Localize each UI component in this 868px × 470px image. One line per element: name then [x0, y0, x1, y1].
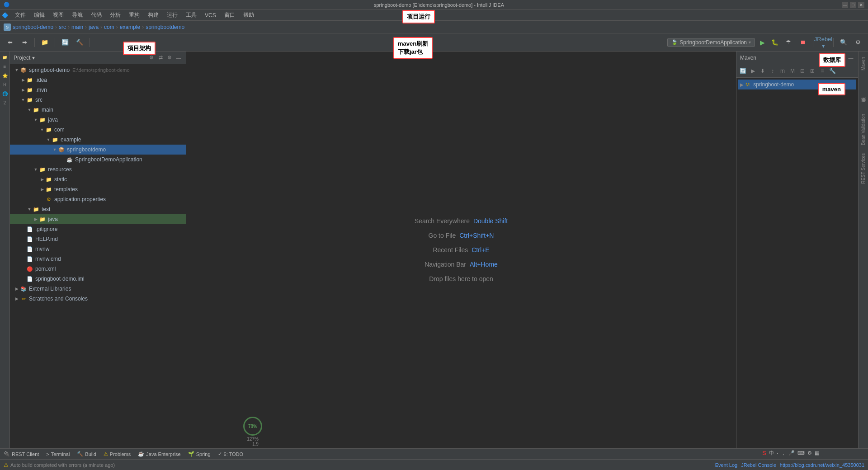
tree-item-mvn[interactable]: ▶ 📁 .mvn — [10, 85, 186, 95]
tree-item-src[interactable]: ▼ 📁 src — [10, 95, 186, 105]
toolbar-btn-1[interactable]: ⬅ — [4, 36, 16, 49]
maven-plugin-btn[interactable]: M — [788, 66, 797, 75]
sidebar-rest-services-label[interactable]: REST Services — [860, 150, 867, 188]
tab-java-enterprise[interactable]: ☕ Java Enterprise — [138, 451, 180, 457]
tree-item-templates[interactable]: ▶ 📁 templates — [10, 184, 186, 194]
tree-item-gitignore[interactable]: 📄 .gitignore — [10, 224, 186, 234]
tree-item-main[interactable]: ▼ 📁 main — [10, 105, 186, 115]
tree-item-external-libraries[interactable]: ▶ 📚 External Libraries — [10, 284, 186, 294]
maven-collapse-btn[interactable]: ⊟ — [798, 66, 807, 75]
tab-problems[interactable]: ⚠ Problems — [104, 451, 131, 457]
tree-item-test[interactable]: ▼ 📁 test — [10, 204, 186, 214]
menu-view[interactable]: 视图 — [49, 10, 67, 20]
sidebar-bean-validation-label[interactable]: Bean Validation — [860, 110, 867, 149]
menu-file[interactable]: 文件 — [11, 10, 29, 20]
tree-item-application[interactable]: ☕ SpringbootDemoApplication — [10, 155, 186, 164]
sidebar-maven-label[interactable]: Maven — [860, 53, 867, 74]
tab-todo[interactable]: ✓ 6: TODO — [218, 451, 244, 457]
run-config-selector[interactable]: 🍃 SpringbootDemoApplication ▾ — [667, 38, 755, 47]
tree-item-java[interactable]: ▼ 📁 java — [10, 115, 186, 125]
maven-more-btn[interactable]: 🔧 — [828, 66, 837, 75]
run-button[interactable]: ▶ — [757, 37, 768, 48]
tree-item-application-properties[interactable]: ⚙ application.properties — [10, 194, 186, 204]
tree-item-iml[interactable]: 📄 springboot-demo.iml — [10, 274, 186, 284]
toolbar-btn-5[interactable]: 🔨 — [73, 36, 86, 49]
im-mic-icon[interactable]: 🎤 — [788, 450, 795, 456]
sidebar-database-label[interactable]: 数据库 — [859, 102, 868, 109]
menu-build[interactable]: 构建 — [144, 10, 162, 20]
tree-item-resources[interactable]: ▼ 📁 resources — [10, 164, 186, 174]
coverage-button[interactable]: ☂ — [782, 36, 795, 49]
path-main[interactable]: main — [71, 24, 83, 30]
sidebar-tab-favorites[interactable]: ⭐ — [1, 71, 9, 80]
sidebar-tab-structure[interactable]: ≡ — [1, 62, 9, 70]
tree-item-static[interactable]: ▶ 📁 static — [10, 174, 186, 184]
im-comma-icon[interactable]: ， — [781, 450, 786, 456]
im-grid-icon[interactable]: ▦ — [815, 450, 819, 456]
tree-item-com[interactable]: ▼ 📁 com — [10, 125, 186, 135]
tree-item-scratches[interactable]: ▶ ✏ Scratches and Consoles — [10, 294, 186, 304]
toolbar-btn-3[interactable]: 📁 — [38, 36, 51, 49]
im-s-icon[interactable]: S — [762, 450, 766, 456]
maximize-button[interactable]: □ — [850, 2, 856, 8]
tree-item-mvnw-cmd[interactable]: 📄 mvnw.cmd — [10, 254, 186, 264]
tree-item-root[interactable]: ▼ 📦 springboot-demo E:\demo\springboot-d… — [10, 65, 186, 75]
tree-item-springbootdemo[interactable]: ▼ 📦 springbootdemo — [10, 145, 186, 155]
menu-refactor[interactable]: 重构 — [125, 10, 143, 20]
jrebel-button[interactable]: JRebel ▾ — [817, 36, 830, 49]
search-button[interactable]: 🔍 — [837, 36, 850, 49]
maven-run-btn[interactable]: ▶ — [748, 66, 757, 75]
path-java[interactable]: java — [89, 24, 99, 30]
jrebel-console-link[interactable]: JRebel Console — [741, 462, 776, 468]
maven-refresh-btn[interactable]: 🔄 — [738, 66, 747, 75]
tree-item-pom[interactable]: 🔴 pom.xml — [10, 264, 186, 274]
maven-download-btn[interactable]: ⬇ — [758, 66, 767, 75]
minimize-button[interactable]: — — [842, 2, 848, 8]
tab-build[interactable]: 🔨 Build — [77, 451, 96, 457]
path-project[interactable]: springboot-demo — [13, 24, 53, 30]
menu-run[interactable]: 运行 — [163, 10, 181, 20]
im-settings-icon[interactable]: ⚙ — [807, 450, 812, 456]
menu-window[interactable]: 窗口 — [221, 10, 239, 20]
im-zh-icon[interactable]: 中 — [769, 450, 774, 456]
tree-item-idea[interactable]: ▶ 📁 .idea — [10, 75, 186, 85]
sidebar-tab-web[interactable]: 🌐 — [1, 89, 9, 98]
tab-spring[interactable]: 🌱 Spring — [188, 451, 211, 457]
debug-button[interactable]: 🐛 — [769, 37, 780, 48]
panel-settings-btn[interactable]: ⚙ — [166, 54, 173, 61]
im-keyboard-icon[interactable]: ⌨ — [797, 450, 805, 456]
tree-item-example[interactable]: ▼ 📁 example — [10, 135, 186, 145]
im-dot-icon[interactable]: · — [777, 451, 778, 456]
toolbar-btn-2[interactable]: ➡ — [18, 36, 31, 49]
tree-item-mvnw[interactable]: 📄 mvnw — [10, 244, 186, 254]
event-log-link[interactable]: Event Log — [715, 462, 738, 468]
tree-item-test-java[interactable]: ▶ 📁 java — [10, 214, 186, 224]
maven-generate-btn[interactable]: m — [778, 66, 787, 75]
stop-button[interactable]: ⏹ — [797, 36, 809, 49]
path-src[interactable]: src — [59, 24, 66, 30]
panel-close-btn[interactable]: — — [175, 54, 182, 61]
menu-edit[interactable]: 编辑 — [30, 10, 48, 20]
path-springbootdemo[interactable]: springbootdemo — [146, 24, 184, 30]
toolbar-btn-4[interactable]: 🔄 — [59, 36, 71, 49]
menu-vcs[interactable]: VCS — [201, 11, 220, 19]
menu-help[interactable]: 帮助 — [240, 10, 258, 20]
tab-terminal[interactable]: > Terminal — [46, 451, 70, 457]
panel-expand-btn[interactable]: ⇄ — [157, 54, 164, 61]
tree-item-help[interactable]: 📄 HELP.md — [10, 234, 186, 244]
sidebar-tab-project[interactable]: 📁 — [1, 53, 9, 61]
path-com[interactable]: com — [104, 24, 114, 30]
sidebar-tab-rebel[interactable]: R — [1, 80, 9, 89]
menu-navigate[interactable]: 导航 — [68, 10, 86, 20]
settings-button[interactable]: ⚙ — [852, 36, 864, 49]
csdn-link[interactable]: https://blog.csdn.net/weixin_45350031 — [780, 462, 864, 468]
maven-link-btn[interactable]: ≡ — [818, 66, 827, 75]
maven-minimize-btn[interactable]: — — [847, 54, 854, 61]
sidebar-tab-structure2[interactable]: 2 — [1, 99, 9, 107]
path-example[interactable]: example — [120, 24, 140, 30]
maven-expand-btn[interactable]: ⊞ — [808, 66, 817, 75]
menu-code[interactable]: 代码 — [87, 10, 105, 20]
tab-rest-client[interactable]: 🔌 REST Client — [4, 451, 39, 457]
close-button[interactable]: ✕ — [858, 2, 864, 8]
menu-tools[interactable]: 工具 — [182, 10, 200, 20]
